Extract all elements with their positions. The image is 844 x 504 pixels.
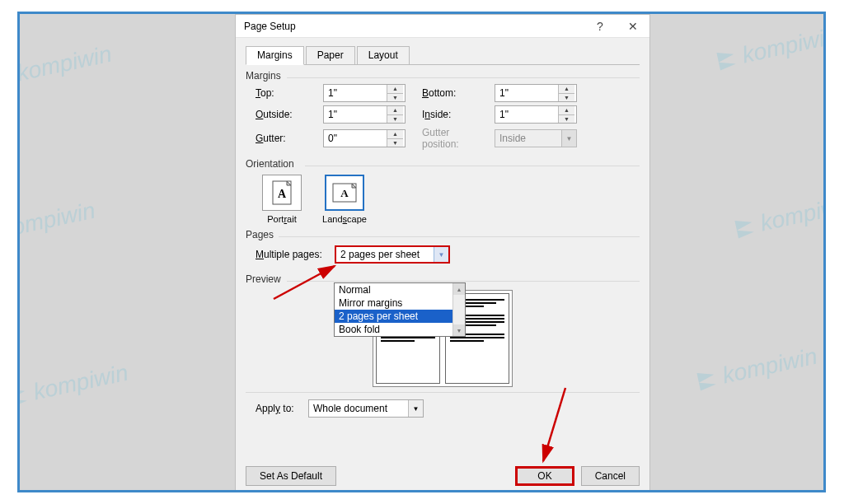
gutter-input[interactable] — [324, 130, 387, 147]
spin-up-icon[interactable]: ▲ — [559, 106, 574, 115]
apply-to-label: Apply to: — [256, 403, 308, 414]
svg-text:A: A — [340, 187, 349, 199]
inside-spinner[interactable]: ▲▼ — [495, 105, 577, 124]
dropdown-scrollbar[interactable]: ▲▼ — [452, 283, 465, 336]
landscape-label: Landscape — [322, 214, 367, 224]
multiple-pages-value: 2 pages per sheet — [336, 249, 434, 260]
outside-input[interactable] — [324, 106, 387, 123]
dialog-title: Page Setup — [236, 21, 584, 32]
scroll-up-icon[interactable]: ▲ — [453, 283, 465, 295]
chevron-down-icon[interactable]: ▼ — [434, 247, 448, 262]
cancel-button[interactable]: Cancel — [581, 466, 640, 486]
spin-up-icon[interactable]: ▲ — [387, 85, 403, 94]
top-label: Top: — [256, 87, 315, 99]
spin-down-icon[interactable]: ▼ — [387, 94, 403, 102]
titlebar: Page Setup ? ✕ — [236, 15, 649, 38]
tab-margins[interactable]: Margins — [246, 46, 304, 65]
option-book-fold[interactable]: Book fold — [335, 323, 465, 336]
multiple-pages-label: Multiple pages: — [256, 249, 335, 260]
spin-up-icon[interactable]: ▲ — [559, 85, 574, 94]
option-mirror-margins[interactable]: Mirror margins — [335, 296, 465, 310]
apply-to-value: Whole document — [309, 403, 408, 414]
multiple-pages-select[interactable]: 2 pages per sheet ▼ — [335, 245, 450, 264]
bottom-spinner[interactable]: ▲▼ — [495, 84, 577, 102]
close-button[interactable]: ✕ — [617, 15, 649, 38]
scroll-down-icon[interactable]: ▼ — [453, 324, 465, 336]
landscape-button[interactable]: A Landscape — [318, 175, 371, 225]
multiple-pages-dropdown[interactable]: Normal Mirror margins 2 pages per sheet … — [334, 282, 466, 337]
apply-to-select[interactable]: Whole document ▼ — [308, 399, 424, 418]
help-button[interactable]: ? — [584, 15, 617, 38]
spin-down-icon[interactable]: ▼ — [559, 94, 574, 102]
spin-up-icon[interactable]: ▲ — [387, 130, 403, 139]
margins-group: Margins Top: ▲▼ Bottom: ▲▼ Outside: ▲▼ I… — [246, 70, 640, 150]
page-setup-dialog: Page Setup ? ✕ Margins Paper Layout Marg… — [235, 14, 650, 492]
chevron-down-icon: ▼ — [561, 130, 576, 147]
landscape-icon: A — [325, 175, 364, 211]
outside-label: Outside: — [256, 109, 315, 120]
top-spinner[interactable]: ▲▼ — [323, 84, 406, 102]
gutter-position-label: Gutter position: — [422, 127, 486, 150]
bottom-input[interactable] — [495, 85, 558, 101]
dialog-buttons: Set As Default OK Cancel — [236, 466, 649, 486]
inside-input[interactable] — [495, 106, 558, 123]
pages-group: Pages Multiple pages: 2 pages per sheet … — [246, 229, 640, 264]
outside-spinner[interactable]: ▲▼ — [323, 105, 406, 124]
spin-up-icon[interactable]: ▲ — [387, 106, 403, 115]
preview-section-label: Preview — [246, 273, 281, 285]
gutter-spinner[interactable]: ▲▼ — [323, 129, 406, 147]
ok-button[interactable]: OK — [515, 466, 574, 486]
pages-section-label: Pages — [246, 229, 274, 240]
bottom-label: Bottom: — [422, 87, 486, 99]
portrait-label: Portrait — [267, 214, 296, 224]
spin-down-icon[interactable]: ▼ — [387, 115, 403, 124]
gutter-position-select: Inside▼ — [495, 129, 577, 147]
gutter-label: Gutter: — [256, 133, 315, 144]
margins-section-label: Margins — [246, 70, 281, 82]
spin-down-icon[interactable]: ▼ — [387, 139, 403, 147]
option-2-pages-per-sheet[interactable]: 2 pages per sheet — [335, 310, 465, 323]
svg-text:A: A — [278, 188, 287, 200]
option-normal[interactable]: Normal — [335, 283, 465, 296]
tab-paper[interactable]: Paper — [306, 46, 355, 65]
orientation-group: Orientation A Portrait A Landscape — [246, 158, 640, 225]
top-input[interactable] — [324, 85, 387, 101]
portrait-button[interactable]: A Portrait — [256, 175, 308, 225]
orientation-section-label: Orientation — [246, 158, 294, 170]
spin-down-icon[interactable]: ▼ — [559, 115, 574, 124]
tab-strip: Margins Paper Layout — [246, 45, 640, 65]
screenshot-frame: kompiwin kompiwin kompiwin kompiwin komp… — [17, 12, 826, 492]
inside-label: Inside: — [422, 109, 486, 120]
set-as-default-button[interactable]: Set As Default — [246, 466, 336, 486]
portrait-icon: A — [262, 175, 302, 211]
chevron-down-icon[interactable]: ▼ — [408, 400, 423, 417]
tab-layout[interactable]: Layout — [357, 46, 410, 65]
